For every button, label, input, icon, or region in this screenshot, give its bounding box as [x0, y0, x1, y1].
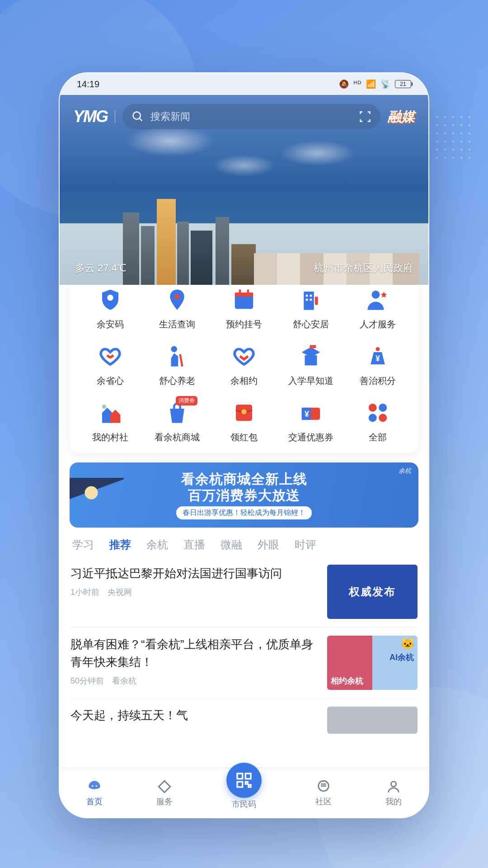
svg-rect-5 — [235, 292, 253, 297]
promo-banner[interactable]: 余杭 看余杭商城全新上线 百万消费券大放送 春日出游享优惠！轻松成为每月锦鲤！ — [70, 462, 418, 528]
svg-point-3 — [174, 294, 179, 299]
svg-point-41 — [391, 781, 396, 786]
svg-rect-35 — [237, 782, 243, 787]
service-label: 余相约 — [230, 375, 258, 387]
logo: YMG — [73, 107, 108, 126]
svg-rect-33 — [237, 774, 243, 779]
divider — [115, 110, 115, 123]
service-bag[interactable]: ¥善治积分 — [344, 343, 411, 387]
svg-rect-10 — [310, 295, 312, 297]
service-label: 预约挂号 — [226, 318, 262, 330]
svg-point-30 — [379, 414, 387, 422]
promo-illustration — [70, 478, 124, 528]
search-icon — [131, 110, 144, 123]
wifi-icon: 📡 — [380, 79, 390, 89]
svg-rect-17 — [305, 355, 317, 366]
tab-0[interactable]: 学习 — [72, 538, 94, 552]
service-building[interactable]: 舒心安居 — [277, 287, 344, 330]
qr-icon — [235, 771, 253, 789]
service-label: 领红包 — [230, 431, 258, 443]
svg-rect-9 — [306, 295, 308, 297]
bottom-nav: 首页 服务 市民码 社区 我的 — [60, 768, 428, 817]
handshake-icon — [231, 343, 257, 369]
tab-1[interactable]: 推荐 — [109, 538, 131, 552]
svg-point-27 — [369, 404, 377, 412]
nav-citizen-code[interactable]: 市民码 — [226, 776, 262, 810]
person-star-icon — [365, 287, 391, 313]
search-placeholder: 搜索新闻 — [150, 110, 352, 123]
tab-4[interactable]: 微融 — [221, 538, 242, 552]
news-item[interactable]: 脱单有困难？“看余杭”上线相亲平台，优质单身青年快来集结！ 50分钟前看余杭 🐱… — [70, 627, 418, 698]
service-label: 入学早知道 — [288, 375, 333, 387]
service-handshake[interactable]: 余相约 — [211, 343, 277, 387]
news-thumbnail: 权威发布 — [327, 565, 418, 619]
service-grid[interactable]: 全部 — [344, 400, 411, 443]
service-shield[interactable]: 余安码 — [77, 287, 144, 330]
svg-point-21 — [102, 405, 106, 409]
promo-sub: 春日出游享优惠！轻松成为每月锦鲤！ — [176, 506, 312, 519]
shop-icon: 消费券 — [164, 400, 190, 426]
bag-icon: ¥ — [365, 343, 391, 369]
brand-right[interactable]: 融媒 — [388, 108, 415, 126]
service-grid: 余安码生活查询预约挂号舒心安居人才服务余省心舒心养老余相约入学早知道¥善治积分我… — [70, 285, 418, 453]
phone-frame: 14:19 🔕 ᴴᴰ 📶 📡 21 YMG 搜索新闻 — [59, 72, 429, 818]
status-bar: 14:19 🔕 ᴴᴰ 📶 📡 21 — [60, 73, 428, 95]
tab-5[interactable]: 外眼 — [258, 538, 279, 552]
nav-home[interactable]: 首页 — [86, 779, 103, 807]
service-label: 我的村社 — [92, 431, 128, 443]
svg-point-15 — [171, 346, 178, 353]
nav-label: 社区 — [315, 796, 332, 807]
service-label: 生活查询 — [159, 318, 195, 330]
service-pin[interactable]: 生活查询 — [144, 287, 211, 330]
service-person-star[interactable]: 人才服务 — [344, 287, 411, 330]
news-item[interactable]: 习近平抵达巴黎开始对法国进行国事访问 1小时前央视网 权威发布 — [70, 557, 418, 627]
news-item[interactable]: 今天起，持续五天！气 — [70, 698, 418, 742]
service-label: 善治积分 — [360, 375, 396, 387]
service-label: 舒心养老 — [159, 375, 195, 387]
service-label: 看余杭商城 — [155, 431, 200, 443]
news-thumbnail: 🐱 相约余杭 AI余杭 — [327, 636, 418, 690]
search-input[interactable]: 搜索新闻 — [122, 104, 380, 129]
tab-3[interactable]: 直播 — [183, 538, 205, 552]
nav-label: 服务 — [156, 796, 173, 807]
svg-rect-13 — [315, 297, 318, 305]
service-elder[interactable]: 舒心养老 — [144, 343, 211, 387]
badge: 消费券 — [176, 396, 197, 406]
tab-2[interactable]: 余杭 — [146, 538, 168, 552]
nav-community[interactable]: 社区 — [315, 779, 332, 807]
content: 余安码生活查询预约挂号舒心安居人才服务余省心舒心养老余相约入学早知道¥善治积分我… — [60, 285, 428, 817]
calendar-icon — [231, 287, 257, 313]
promo-title: 看余杭商城全新上线 百万消费券大放送 — [181, 471, 307, 504]
service-redpacket[interactable]: 领红包 — [211, 400, 277, 443]
svg-rect-8 — [304, 292, 314, 310]
redpacket-icon — [231, 400, 257, 426]
news-thumbnail — [327, 707, 418, 734]
svg-rect-11 — [306, 299, 308, 301]
tabs: 学习推荐余杭直播微融外眼时评 — [60, 528, 428, 557]
service-heart-hand[interactable]: 余省心 — [77, 343, 144, 387]
grid-icon — [365, 400, 391, 426]
svg-point-29 — [369, 414, 377, 422]
nav-profile[interactable]: 我的 — [385, 779, 402, 807]
service-school[interactable]: 入学早知道 — [277, 343, 344, 387]
svg-point-0 — [133, 112, 141, 119]
service-ticket[interactable]: ¥交通优惠券 — [277, 400, 344, 443]
svg-line-1 — [140, 118, 142, 121]
service-calendar[interactable]: 预约挂号 — [211, 287, 277, 330]
village-icon — [97, 400, 123, 426]
scan-icon[interactable] — [359, 110, 371, 123]
school-icon — [298, 343, 324, 369]
weather-text: 多云 27.4℃ — [75, 261, 126, 275]
svg-point-28 — [379, 404, 387, 412]
tab-6[interactable]: 时评 — [295, 538, 316, 552]
weather-line: 多云 27.4℃ 杭州市余杭区人民政府 — [60, 261, 428, 275]
service-label: 人才服务 — [360, 318, 396, 330]
service-village[interactable]: 我的村社 — [77, 400, 144, 443]
hero-banner: YMG 搜索新闻 融媒 多云 27.4℃ 杭州市余杭区人民政府 — [60, 95, 428, 285]
service-shop[interactable]: 消费券看余杭商城 — [144, 400, 211, 443]
svg-rect-37 — [249, 785, 251, 787]
service-label: 交通优惠券 — [288, 431, 333, 443]
nav-services[interactable]: 服务 — [156, 779, 173, 807]
diamond-icon — [157, 779, 172, 794]
location-text: 杭州市余杭区人民政府 — [314, 261, 413, 275]
